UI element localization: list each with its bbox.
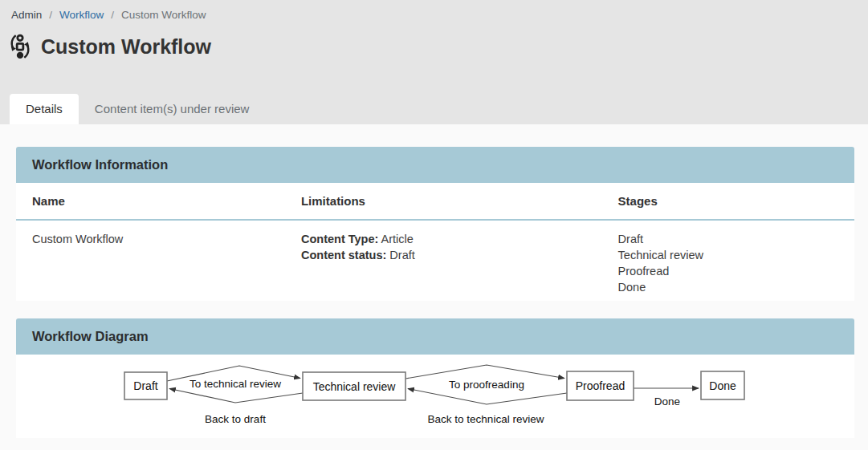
transition-arrow-back-to-draft	[169, 389, 303, 403]
workflow-diagram-panel: Workflow Diagram Draft Technical revie	[16, 318, 854, 438]
limitation-label: Content Type:	[301, 233, 378, 245]
breadcrumb-separator: /	[111, 9, 114, 21]
transition-arrow-to-proofreading	[405, 365, 564, 379]
stage-item: Proofread	[618, 263, 854, 279]
workflow-information-panel: Workflow Information Name Limitations St…	[16, 147, 854, 301]
table-header-row: Name Limitations Stages	[16, 183, 854, 221]
transition-label-done: Done	[654, 395, 680, 407]
column-header-stages: Stages	[618, 183, 854, 219]
diagram-node-proofread: Proofread	[576, 379, 625, 392]
tab-content-items-under-review[interactable]: Content item(s) under review	[79, 94, 266, 124]
transition-label-to-proofreading: To proofreading	[449, 379, 524, 391]
transition-label-back-to-draft: Back to draft	[205, 413, 266, 425]
transition-label-to-technical-review: To technical review	[189, 378, 281, 390]
diagram-node-draft: Draft	[133, 379, 157, 392]
main-content: Workflow Information Name Limitations St…	[0, 124, 868, 438]
page-header: Admin / Workflow / Custom Workflow Custo…	[0, 0, 868, 124]
limitation-content-type: Content Type: Article	[301, 231, 618, 247]
workflow-information-table: Name Limitations Stages Custom Workflow …	[16, 183, 854, 301]
breadcrumb-workflow-link[interactable]: Workflow	[59, 9, 104, 21]
transition-label-back-to-technical-review: Back to technical review	[428, 413, 544, 425]
workflow-icon	[8, 34, 32, 59]
column-header-name: Name	[16, 183, 301, 219]
tab-bar: Details Content item(s) under review	[10, 94, 265, 124]
limitation-value: Article	[378, 233, 414, 245]
title-row: Custom Workflow	[0, 21, 868, 59]
limitation-label: Content status:	[301, 249, 386, 261]
transition-arrow-back-to-technical-review	[408, 389, 567, 405]
cell-limitations: Content Type: Article Content status: Dr…	[301, 231, 618, 301]
breadcrumb-admin: Admin	[11, 9, 42, 21]
cell-stages: Draft Technical review Proofread Done	[618, 231, 854, 301]
stage-item: Draft	[618, 231, 854, 247]
diagram-node-done: Done	[709, 379, 736, 392]
workflow-diagram-header: Workflow Diagram	[16, 318, 854, 355]
workflow-diagram-canvas: Draft Technical review Proofread Done To…	[16, 355, 854, 438]
column-header-limitations: Limitations	[301, 183, 618, 219]
limitation-value: Draft	[386, 249, 414, 261]
page-title: Custom Workflow	[41, 35, 211, 59]
breadcrumb-separator: /	[49, 9, 52, 21]
cell-name: Custom Workflow	[16, 231, 301, 301]
limitation-content-status: Content status: Draft	[301, 247, 618, 263]
stage-item: Technical review	[618, 247, 854, 263]
diagram-node-technical-review: Technical review	[313, 380, 397, 393]
breadcrumb: Admin / Workflow / Custom Workflow	[0, 0, 868, 21]
workflow-information-header: Workflow Information	[16, 147, 854, 183]
breadcrumb-current: Custom Workflow	[121, 9, 206, 21]
workflow-name: Custom Workflow	[32, 231, 301, 247]
workflow-diagram-svg: Draft Technical review Proofread Done To…	[16, 355, 854, 438]
stage-item: Done	[618, 279, 854, 295]
table-row: Custom Workflow Content Type: Article Co…	[16, 221, 854, 301]
tab-details[interactable]: Details	[10, 94, 79, 124]
